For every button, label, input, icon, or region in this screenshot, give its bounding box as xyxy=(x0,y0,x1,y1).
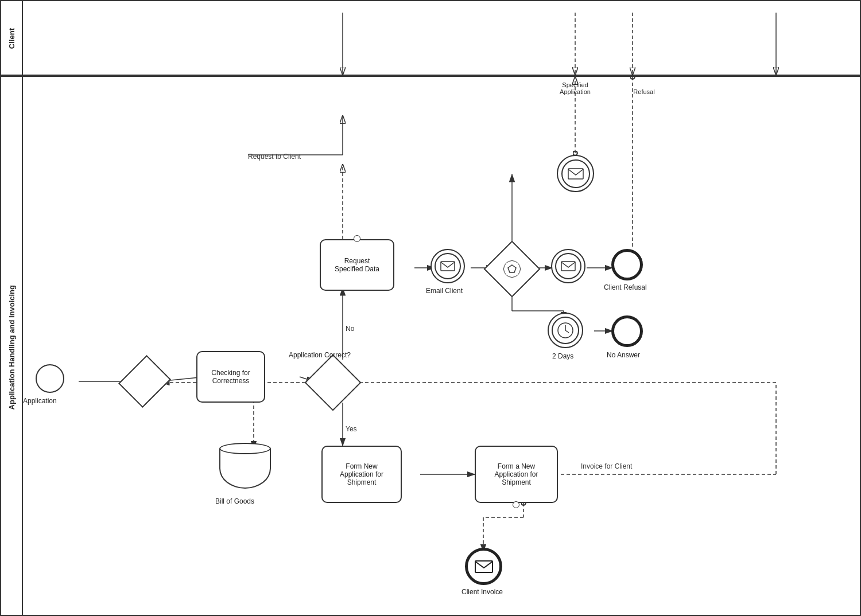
no-answer-label: No Answer xyxy=(607,351,640,359)
gateway3-event-based xyxy=(492,249,532,289)
email-client-event xyxy=(430,249,465,283)
svg-rect-46 xyxy=(475,561,492,572)
svg-line-45 xyxy=(565,330,569,333)
gateway1 xyxy=(127,364,162,399)
client-lane-label: Client xyxy=(1,1,23,76)
gateway2-application-correct xyxy=(313,362,353,403)
refusal-label: Refusal xyxy=(627,88,661,95)
request-data-start-marker xyxy=(354,235,360,242)
specified-application-label: SpecifiedApplication xyxy=(552,81,598,95)
bill-of-goods-data xyxy=(219,443,271,489)
client-invoice-label: Client Invoice xyxy=(461,588,503,596)
two-days-timer-event xyxy=(548,313,583,348)
lane-main: Application Handling and Invoicing xyxy=(1,76,861,616)
svg-rect-41 xyxy=(561,262,575,271)
two-days-label: 2 Days xyxy=(552,352,573,360)
request-specified-data-task: RequestSpecified Data xyxy=(320,239,394,291)
client-refusal-end-event xyxy=(611,249,643,280)
bill-of-goods-label: Bill of Goods xyxy=(215,497,254,505)
form-shipment2-bottom-marker xyxy=(513,501,519,508)
form-shipment1-task: Form NewApplication forShipment xyxy=(321,446,402,503)
client-refusal-label: Client Refusal xyxy=(604,283,647,291)
client-invoice-end-event xyxy=(465,548,502,585)
no-answer-end-event xyxy=(611,315,643,347)
diagram-container: Client Application Handling and Invoicin… xyxy=(0,0,861,616)
form-shipment2-task: Form a NewApplication forShipment xyxy=(475,446,558,503)
lane-client: Client xyxy=(1,1,861,76)
main-lane-label: Application Handling and Invoicing xyxy=(1,77,23,616)
application-label: Application xyxy=(23,397,57,405)
email-client-label: Email Client xyxy=(426,287,463,295)
email-send-event xyxy=(551,249,585,283)
svg-marker-40 xyxy=(508,265,516,272)
checking-correctness-task: Checking forCorrectness xyxy=(196,351,265,403)
svg-rect-39 xyxy=(441,262,455,271)
request-to-client-email-event xyxy=(557,155,594,192)
svg-rect-42 xyxy=(568,169,583,179)
application-start-event xyxy=(36,364,64,393)
